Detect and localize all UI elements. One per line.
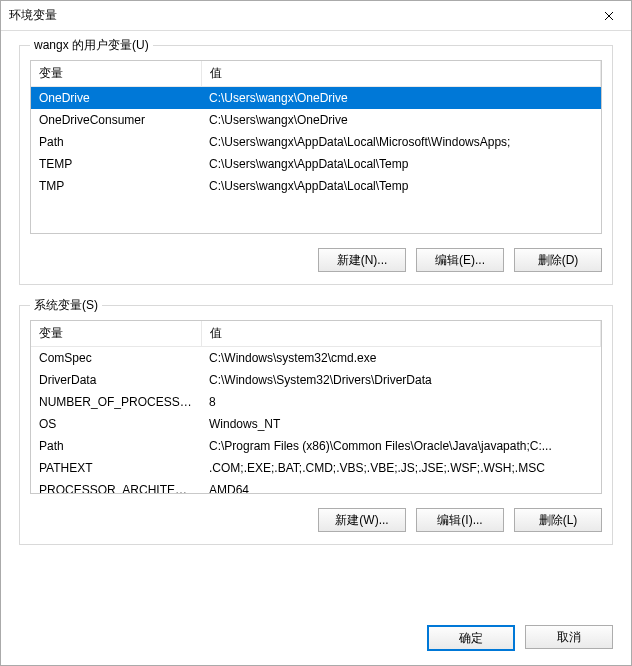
system-buttons-row: 新建(W)... 编辑(I)... 删除(L) — [30, 508, 602, 532]
user-new-button[interactable]: 新建(N)... — [318, 248, 406, 272]
dialog-footer: 确定 取消 — [1, 617, 631, 665]
cell-value: C:\Program Files (x86)\Common Files\Orac… — [201, 435, 601, 457]
user-vars-table-container[interactable]: 变量 值 OneDriveC:\Users\wangx\OneDriveOneD… — [30, 60, 602, 234]
system-edit-button[interactable]: 编辑(I)... — [416, 508, 504, 532]
cell-value: C:\Users\wangx\OneDrive — [201, 109, 601, 131]
user-vars-table: 变量 值 OneDriveC:\Users\wangx\OneDriveOneD… — [31, 61, 601, 197]
cell-value: C:\Users\wangx\OneDrive — [201, 87, 601, 110]
cell-variable: OS — [31, 413, 201, 435]
cell-value: 8 — [201, 391, 601, 413]
close-icon — [604, 11, 614, 21]
cell-variable: TMP — [31, 175, 201, 197]
close-button[interactable] — [586, 1, 631, 31]
table-row[interactable]: OSWindows_NT — [31, 413, 601, 435]
system-vars-group: 系统变量(S) 变量 值 ComSpecC:\Windows\system32\… — [19, 305, 613, 545]
user-buttons-row: 新建(N)... 编辑(E)... 删除(D) — [30, 248, 602, 272]
table-row[interactable]: OneDriveConsumerC:\Users\wangx\OneDrive — [31, 109, 601, 131]
system-header-variable[interactable]: 变量 — [31, 321, 201, 347]
cell-variable: Path — [31, 435, 201, 457]
cell-value: .COM;.EXE;.BAT;.CMD;.VBS;.VBE;.JS;.JSE;.… — [201, 457, 601, 479]
cell-variable: OneDrive — [31, 87, 201, 110]
cell-variable: OneDriveConsumer — [31, 109, 201, 131]
table-row[interactable]: PATHEXT.COM;.EXE;.BAT;.CMD;.VBS;.VBE;.JS… — [31, 457, 601, 479]
cell-variable: ComSpec — [31, 347, 201, 370]
system-header-value[interactable]: 值 — [201, 321, 601, 347]
cell-value: C:\Users\wangx\AppData\Local\Temp — [201, 175, 601, 197]
system-delete-button[interactable]: 删除(L) — [514, 508, 602, 532]
cancel-button[interactable]: 取消 — [525, 625, 613, 649]
user-header-value[interactable]: 值 — [201, 61, 601, 87]
cell-value: C:\Users\wangx\AppData\Local\Temp — [201, 153, 601, 175]
cell-variable: NUMBER_OF_PROCESSORS — [31, 391, 201, 413]
ok-button[interactable]: 确定 — [427, 625, 515, 651]
table-row[interactable]: PathC:\Users\wangx\AppData\Local\Microso… — [31, 131, 601, 153]
table-row[interactable]: TMPC:\Users\wangx\AppData\Local\Temp — [31, 175, 601, 197]
user-header-variable[interactable]: 变量 — [31, 61, 201, 87]
system-vars-table: 变量 值 ComSpecC:\Windows\system32\cmd.exeD… — [31, 321, 601, 494]
cell-value: C:\Windows\system32\cmd.exe — [201, 347, 601, 370]
table-row[interactable]: ComSpecC:\Windows\system32\cmd.exe — [31, 347, 601, 370]
cell-value: C:\Users\wangx\AppData\Local\Microsoft\W… — [201, 131, 601, 153]
system-vars-table-container[interactable]: 变量 值 ComSpecC:\Windows\system32\cmd.exeD… — [30, 320, 602, 494]
cell-value: C:\Windows\System32\Drivers\DriverData — [201, 369, 601, 391]
table-row[interactable]: TEMPC:\Users\wangx\AppData\Local\Temp — [31, 153, 601, 175]
table-row[interactable]: PROCESSOR_ARCHITECT...AMD64 — [31, 479, 601, 494]
system-vars-title: 系统变量(S) — [30, 297, 102, 314]
user-edit-button[interactable]: 编辑(E)... — [416, 248, 504, 272]
user-vars-group: wangx 的用户变量(U) 变量 值 OneDriveC:\Users\wan… — [19, 45, 613, 285]
cell-variable: Path — [31, 131, 201, 153]
system-new-button[interactable]: 新建(W)... — [318, 508, 406, 532]
cell-value: Windows_NT — [201, 413, 601, 435]
dialog-body: wangx 的用户变量(U) 变量 值 OneDriveC:\Users\wan… — [1, 31, 631, 617]
window-title: 环境变量 — [9, 7, 57, 24]
table-row[interactable]: DriverDataC:\Windows\System32\Drivers\Dr… — [31, 369, 601, 391]
user-delete-button[interactable]: 删除(D) — [514, 248, 602, 272]
table-row[interactable]: PathC:\Program Files (x86)\Common Files\… — [31, 435, 601, 457]
titlebar: 环境变量 — [1, 1, 631, 31]
table-row[interactable]: NUMBER_OF_PROCESSORS8 — [31, 391, 601, 413]
table-row[interactable]: OneDriveC:\Users\wangx\OneDrive — [31, 87, 601, 110]
cell-variable: PROCESSOR_ARCHITECT... — [31, 479, 201, 494]
cell-variable: DriverData — [31, 369, 201, 391]
cell-variable: PATHEXT — [31, 457, 201, 479]
user-vars-title: wangx 的用户变量(U) — [30, 37, 153, 54]
cell-variable: TEMP — [31, 153, 201, 175]
env-vars-dialog: 环境变量 wangx 的用户变量(U) 变量 值 OneDriveC:\User… — [0, 0, 632, 666]
cell-value: AMD64 — [201, 479, 601, 494]
